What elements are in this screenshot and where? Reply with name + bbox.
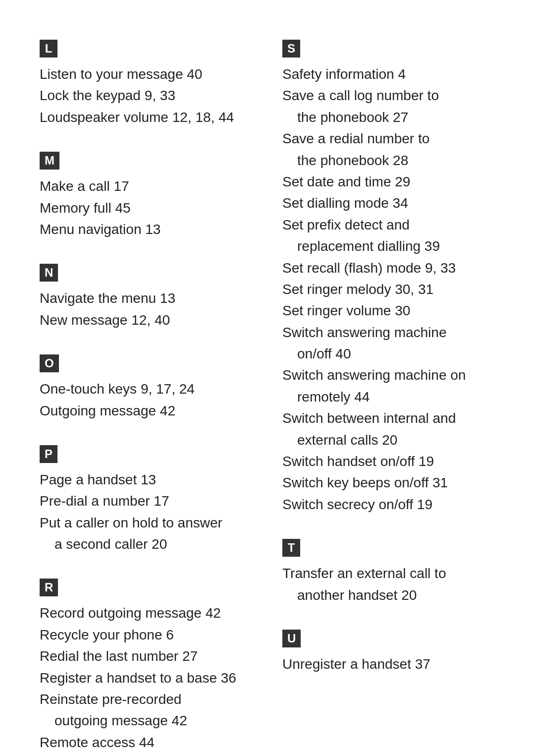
list-item: Set prefix detect and xyxy=(282,214,495,235)
list-item: Recycle your phone 6 xyxy=(40,624,253,645)
list-item: Outgoing message 42 xyxy=(40,400,253,421)
section-letter-badge: O xyxy=(40,354,59,372)
list-item: Switch between internal and xyxy=(282,407,495,429)
section-entries: Transfer an external call toanother hand… xyxy=(282,563,495,606)
list-item: New message 12, 40 xyxy=(40,309,253,331)
list-item: Set ringer volume 30 xyxy=(282,300,495,321)
list-item: replacement dialling 39 xyxy=(282,235,495,257)
list-item: Switch answering machine xyxy=(282,322,495,343)
section-o: OOne-touch keys 9, 17, 24Outgoing messag… xyxy=(40,354,253,421)
list-item: Set dialling mode 34 xyxy=(282,192,495,214)
section-m: MMake a call 17Memory full 45Menu naviga… xyxy=(40,152,253,240)
list-item: Register a handset to a base 36 xyxy=(40,667,253,689)
list-item: on/off 40 xyxy=(282,343,495,364)
section-r: RRecord outgoing message 42Recycle your … xyxy=(40,579,253,756)
list-item: Set ringer melody 30, 31 xyxy=(282,279,495,300)
list-item: the phonebook 27 xyxy=(282,107,495,128)
section-entries: Navigate the menu 13New message 12, 40 xyxy=(40,288,253,331)
list-item: Redial the last number 27 xyxy=(40,645,253,667)
list-item: Save a redial number to xyxy=(282,128,495,149)
list-item: Safety information 4 xyxy=(282,63,495,85)
list-item: outgoing message 42 xyxy=(40,710,253,731)
section-l: LListen to your message 40Lock the keypa… xyxy=(40,40,253,128)
section-entries: Record outgoing message 42Recycle your p… xyxy=(40,602,253,756)
list-item: One-touch keys 9, 17, 24 xyxy=(40,378,253,400)
list-item: Make a call 17 xyxy=(40,175,253,197)
section-u: UUnregister a handset 37 xyxy=(282,630,495,675)
section-letter-badge: M xyxy=(40,152,59,170)
list-item: Put a caller on hold to answer xyxy=(40,512,253,533)
list-item: a second caller 20 xyxy=(40,533,253,555)
list-item: Loudspeaker volume 12, 18, 44 xyxy=(40,107,253,128)
section-entries: Make a call 17Memory full 45Menu navigat… xyxy=(40,175,253,240)
list-item: Menu navigation 13 xyxy=(40,219,253,240)
list-item: Unregister a handset 37 xyxy=(282,653,495,675)
list-item: Page a handset 13 xyxy=(40,469,253,490)
list-item: Record outgoing message 42 xyxy=(40,602,253,624)
section-entries: Page a handset 13Pre-dial a number 17Put… xyxy=(40,469,253,555)
list-item: Listen to your message 40 xyxy=(40,63,253,85)
section-letter-badge: T xyxy=(282,539,300,557)
section-entries: One-touch keys 9, 17, 24Outgoing message… xyxy=(40,378,253,421)
section-p: PPage a handset 13Pre-dial a number 17Pu… xyxy=(40,445,253,555)
list-item: Switch answering machine on xyxy=(282,364,495,386)
section-n: NNavigate the menu 13New message 12, 40 xyxy=(40,264,253,331)
section-letter-badge: S xyxy=(282,40,300,58)
list-item: external calls 20 xyxy=(282,429,495,451)
section-s: SSafety information 4Save a call log num… xyxy=(282,40,495,515)
list-item: Lock the keypad 9, 33 xyxy=(40,85,253,106)
section-entries: Listen to your message 40Lock the keypad… xyxy=(40,63,253,128)
list-item: Switch handset on/off 19 xyxy=(282,451,495,472)
section-letter-badge: L xyxy=(40,40,57,58)
column-right: SSafety information 4Save a call log num… xyxy=(282,40,495,756)
list-item: Save a call log number to xyxy=(282,85,495,106)
section-letter-badge: R xyxy=(40,579,58,596)
list-item: the phonebook 28 xyxy=(282,150,495,171)
columns-wrapper: LListen to your message 40Lock the keypa… xyxy=(40,40,495,756)
section-letter-badge: P xyxy=(40,445,57,463)
list-item: Set recall (flash) mode 9, 33 xyxy=(282,257,495,279)
list-item: Remote access 44 xyxy=(40,732,253,753)
section-letter-badge: N xyxy=(40,264,58,282)
list-item: Switch key beeps on/off 31 xyxy=(282,472,495,493)
list-item: another handset 20 xyxy=(282,584,495,606)
section-t: TTransfer an external call toanother han… xyxy=(282,539,495,606)
section-entries: Unregister a handset 37 xyxy=(282,653,495,675)
list-item: Memory full 45 xyxy=(40,197,253,219)
list-item: Navigate the menu 13 xyxy=(40,288,253,309)
list-item: Transfer an external call to xyxy=(282,563,495,584)
list-item: Reset handset 38 xyxy=(40,753,253,756)
page-container: LListen to your message 40Lock the keypa… xyxy=(0,0,535,756)
list-item: remotely 44 xyxy=(282,386,495,407)
list-item: Reinstate pre-recorded xyxy=(40,689,253,710)
column-left: LListen to your message 40Lock the keypa… xyxy=(40,40,253,756)
section-entries: Safety information 4Save a call log numb… xyxy=(282,63,495,515)
section-letter-badge: U xyxy=(282,630,301,647)
list-item: Set date and time 29 xyxy=(282,171,495,192)
list-item: Pre-dial a number 17 xyxy=(40,490,253,512)
list-item: Switch secrecy on/off 19 xyxy=(282,494,495,515)
